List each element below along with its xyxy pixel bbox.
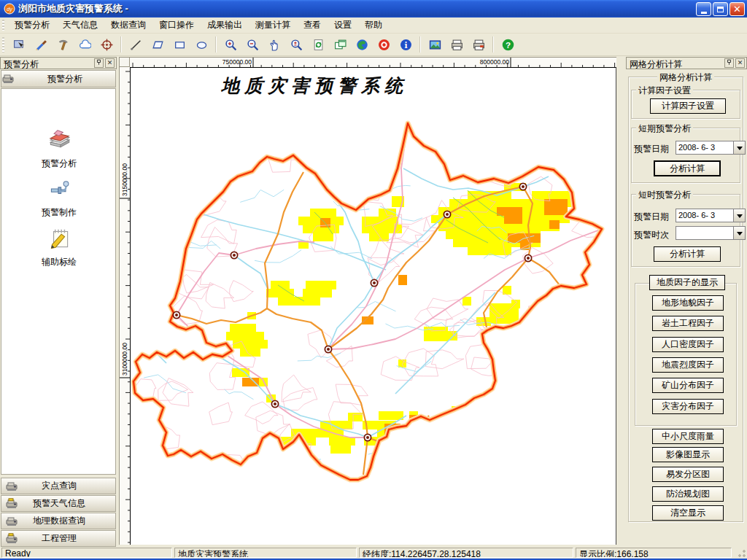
sidebar-item-4[interactable]: 工程管理 xyxy=(1,530,116,547)
warning-cell-orange xyxy=(544,199,568,215)
sidebar-item-2[interactable]: 预警天气信息 xyxy=(1,495,116,512)
toolbar: i? xyxy=(0,34,747,56)
layers-icon[interactable] xyxy=(330,35,349,54)
warning-cell-yellow xyxy=(330,445,351,454)
menu-item-8[interactable]: 设置 xyxy=(328,18,358,33)
tool-label: 预警分析 xyxy=(1,158,117,170)
title-bar: dy 浏阳市地质灾害预警系统 - ✕ xyxy=(0,0,747,18)
zoom-out-icon[interactable] xyxy=(243,35,262,54)
clear-display-button[interactable]: 清空显示 xyxy=(652,505,724,521)
print-icon[interactable] xyxy=(447,35,466,54)
globe-icon[interactable] xyxy=(352,35,371,54)
town-marker xyxy=(364,434,371,440)
warning-cell-yellow xyxy=(310,209,336,217)
info-icon[interactable]: i xyxy=(396,35,415,54)
shorttime-date-combobox[interactable]: 2008- 6- 3 xyxy=(676,209,746,222)
ruler-label: 800000.00 xyxy=(480,58,509,66)
sidebar-item-label: 地理数据查询 xyxy=(20,515,98,527)
mid-small-rainfall-button[interactable]: 中小尺度雨量 xyxy=(652,429,724,444)
menu-item-1[interactable]: 预警分析 xyxy=(8,18,56,33)
map-canvas[interactable]: 地质灾害预警系统 xyxy=(130,67,616,545)
menu-item-9[interactable]: 帮助 xyxy=(358,18,389,33)
geo-factor-display-button[interactable]: 地质因子的显示 xyxy=(649,275,725,290)
fax-icon xyxy=(6,516,18,527)
shorttime-slot-combobox[interactable] xyxy=(676,226,746,240)
forecast-date-combobox[interactable]: 2008- 6- 3 xyxy=(676,141,746,155)
date-label: 预警日期 xyxy=(634,211,669,223)
warning-cell-yellow xyxy=(240,348,260,357)
chevron-down-icon[interactable] xyxy=(733,141,745,154)
left-panel: 预警分析 ✕ 预警分析 预警分析预警制作辅助标绘 灾点查询预警天气信息地理数据查… xyxy=(0,57,117,546)
zoom-in-icon[interactable] xyxy=(221,35,240,54)
prevention-plan-button[interactable]: 防治规划图 xyxy=(652,486,724,502)
district-line xyxy=(328,125,408,349)
group-label: 短时预警分析 xyxy=(636,189,693,201)
short-time-analyze-button[interactable]: 分析计算 xyxy=(654,246,721,262)
menu-item-4[interactable]: 窗口操作 xyxy=(152,18,201,33)
sidebar-tool-3[interactable]: 辅助标绘 xyxy=(1,225,117,268)
factor-button-4[interactable]: 地震烈度因子 xyxy=(652,357,724,373)
aux-drawing-icon xyxy=(46,225,72,252)
pin-icon[interactable] xyxy=(94,58,104,68)
factor-button-5[interactable]: 矿山分布因子 xyxy=(652,378,724,393)
combo-value: 2008- 6- 3 xyxy=(678,143,715,152)
status-segment-3: 经纬度:114.226457,28.125418 xyxy=(359,548,573,558)
factor-button-6[interactable]: 灾害分布因子 xyxy=(652,399,724,414)
factor-button-3[interactable]: 人口密度因子 xyxy=(652,337,724,352)
menu-item-7[interactable]: 查看 xyxy=(297,18,328,33)
chevron-down-icon[interactable] xyxy=(733,227,745,239)
warning-brush-icon[interactable] xyxy=(31,35,50,54)
horizontal-ruler: 750000.00800000.00 xyxy=(130,57,616,67)
pin-icon[interactable] xyxy=(724,58,734,68)
close-icon[interactable]: ✕ xyxy=(735,58,745,68)
close-icon[interactable]: ✕ xyxy=(105,58,115,68)
zoom-extent-icon[interactable] xyxy=(287,35,306,54)
fax-icon xyxy=(6,481,18,492)
warning-cell-yellow xyxy=(431,215,570,223)
sidebar-item-3[interactable]: 地理数据查询 xyxy=(1,513,116,529)
sidebar-tool-2[interactable]: 预警制作 xyxy=(1,176,117,219)
line-tool-icon[interactable] xyxy=(126,35,145,54)
pan-icon[interactable] xyxy=(265,35,284,54)
factor-setting-button[interactable]: 计算因子设置 xyxy=(650,98,726,114)
help-icon[interactable]: ? xyxy=(498,35,517,54)
warning-cell-orange xyxy=(549,220,560,229)
sidebar-item-1[interactable]: 灾点查询 xyxy=(1,478,116,494)
resize-grip[interactable] xyxy=(738,549,746,558)
locate-tool-icon[interactable] xyxy=(97,35,116,54)
ruler-label: 3100000.00 xyxy=(121,343,128,376)
restore-button[interactable] xyxy=(713,2,728,16)
susceptibility-map-button[interactable]: 易发分区图 xyxy=(652,467,724,482)
stop-icon[interactable] xyxy=(374,35,393,54)
warning-cell-yellow xyxy=(476,317,491,326)
toolbar-separator xyxy=(120,36,122,52)
menu-item-6[interactable]: 测量计算 xyxy=(249,18,297,33)
print-setup-icon[interactable] xyxy=(469,35,488,54)
rectangle-tool-icon[interactable] xyxy=(170,35,189,54)
menu-item-3[interactable]: 数据查询 xyxy=(104,18,152,33)
polygon-tool-icon[interactable] xyxy=(148,35,167,54)
sidebar-tool-1[interactable]: 预警分析 xyxy=(1,127,117,170)
pick-tool-icon[interactable] xyxy=(53,35,72,54)
refresh-view-icon[interactable] xyxy=(309,35,328,54)
image-display-button[interactable]: 影像图显示 xyxy=(652,447,724,462)
menu-item-2[interactable]: 天气信息 xyxy=(56,18,104,33)
right-panel-title: 网格分析计算 xyxy=(630,59,682,69)
chevron-down-icon[interactable] xyxy=(733,209,745,222)
menu-item-5[interactable]: 成果输出 xyxy=(201,18,249,33)
minimize-button[interactable] xyxy=(696,2,711,16)
image-view-icon[interactable] xyxy=(425,35,444,54)
factor-button-2[interactable]: 岩土工程因子 xyxy=(652,316,724,331)
short-term-analyze-button[interactable]: 分析计算 xyxy=(654,160,721,176)
cloud-tool-icon[interactable] xyxy=(75,35,94,54)
close-button[interactable]: ✕ xyxy=(729,2,745,16)
warning-cell-yellow xyxy=(362,217,398,225)
factor-button-1[interactable]: 地形地貌因子 xyxy=(652,295,724,311)
select-tool-icon[interactable] xyxy=(9,35,28,54)
sidebar-section-header[interactable]: 预警分析 xyxy=(1,70,116,88)
menu-grip xyxy=(2,20,4,31)
warning-cell-yellow xyxy=(306,281,336,289)
ellipse-tool-icon[interactable] xyxy=(192,35,211,54)
toolbar-grip xyxy=(2,37,4,52)
tool-list: 预警分析预警制作辅助标绘 xyxy=(1,88,116,475)
